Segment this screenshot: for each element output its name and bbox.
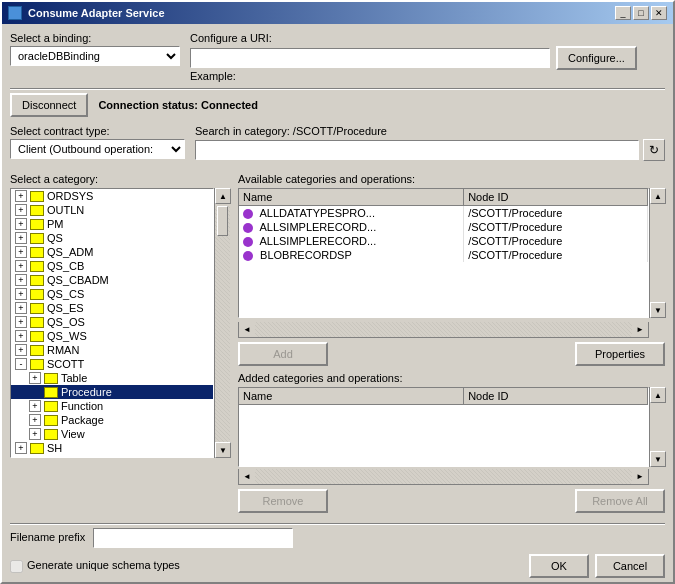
tree-item-view[interactable]: + View	[11, 427, 213, 441]
generate-unique-label: Generate unique schema types	[27, 559, 180, 571]
available-row-4[interactable]: BLOBRECORDSP /SCOTT/Procedure	[239, 248, 648, 262]
available-row-1-name: ALLDATATYPESPRO...	[239, 206, 464, 221]
available-hscrollbar[interactable]: ◄ ►	[238, 322, 649, 338]
available-row-3-name: ALLSIMPLERECORD...	[239, 234, 464, 248]
available-row-4-name: BLOBRECORDSP	[239, 248, 464, 262]
expand-qs-cb[interactable]: +	[15, 260, 27, 272]
maximize-button[interactable]: □	[633, 6, 649, 20]
connection-status: Connection status: Connected	[98, 99, 258, 111]
scroll-up-btn[interactable]: ▲	[215, 188, 231, 204]
available-row-3[interactable]: ALLSIMPLERECORD... /SCOTT/Procedure	[239, 234, 648, 248]
added-scroll-down[interactable]: ▼	[650, 451, 666, 467]
expand-scott[interactable]: -	[15, 358, 27, 370]
close-button[interactable]: ✕	[651, 6, 667, 20]
expand-view[interactable]: +	[29, 428, 41, 440]
main-area: Select a category: + ORDSYS + OUTLN	[10, 173, 665, 519]
remove-button[interactable]: Remove	[238, 489, 328, 513]
expand-table[interactable]: +	[29, 372, 41, 384]
expand-rman[interactable]: +	[15, 344, 27, 356]
tree-label-outln: OUTLN	[47, 204, 84, 216]
tree-item-pm[interactable]: + PM	[11, 217, 213, 231]
tree-item-qs-cbadm[interactable]: + QS_CBADM	[11, 273, 213, 287]
scroll-thumb[interactable]	[217, 206, 228, 236]
generate-checkbox-row: Generate unique schema types	[10, 559, 523, 573]
tree-label-qs-adm: QS_ADM	[47, 246, 93, 258]
added-col-nodeid: Node ID	[464, 388, 648, 405]
tree-item-ordsys[interactable]: + ORDSYS	[11, 189, 213, 203]
tree-item-qs-os[interactable]: + QS_OS	[11, 315, 213, 329]
available-scrollbar-v[interactable]: ▲ ▼	[649, 188, 665, 318]
remove-all-button[interactable]: Remove All	[575, 489, 665, 513]
available-row-3-nodeid: /SCOTT/Procedure	[464, 234, 648, 248]
added-table-container[interactable]: Name Node ID	[238, 387, 649, 467]
expand-qs[interactable]: +	[15, 232, 27, 244]
tree-item-sh[interactable]: + SH	[11, 441, 213, 455]
tree-container[interactable]: + ORDSYS + OUTLN + PM	[10, 188, 214, 458]
available-hscroll-left[interactable]: ◄	[239, 322, 255, 337]
available-scroll-up[interactable]: ▲	[650, 188, 666, 204]
added-hscroll-left[interactable]: ◄	[239, 469, 255, 484]
expand-outln[interactable]: +	[15, 204, 27, 216]
tree-item-procedure[interactable]: Procedure	[11, 385, 213, 399]
contract-select[interactable]: Client (Outbound operation:	[10, 139, 185, 159]
properties-button[interactable]: Properties	[575, 342, 665, 366]
added-hscrollbar[interactable]: ◄ ►	[238, 469, 649, 485]
tree-item-qs-cb[interactable]: + QS_CB	[11, 259, 213, 273]
tree-item-outln[interactable]: + OUTLN	[11, 203, 213, 217]
tree-item-qs-ws[interactable]: + QS_WS	[11, 329, 213, 343]
tree-scrollbar[interactable]: ▲ ▼	[214, 188, 230, 458]
tree-item-scott[interactable]: - SCOTT	[11, 357, 213, 371]
search-input[interactable]	[195, 140, 639, 160]
expand-function[interactable]: +	[29, 400, 41, 412]
right-panel: Available categories and operations: Nam…	[238, 173, 665, 519]
expand-sh[interactable]: +	[15, 442, 27, 454]
scroll-down-btn[interactable]: ▼	[215, 442, 231, 458]
tree-item-qs-cs[interactable]: + QS_CS	[11, 287, 213, 301]
tree-item-qs[interactable]: + QS	[11, 231, 213, 245]
available-row-2[interactable]: ALLSIMPLERECORD... /SCOTT/Procedure	[239, 220, 648, 234]
window-title: Consume Adapter Service	[28, 7, 165, 19]
added-scroll-up[interactable]: ▲	[650, 387, 666, 403]
expand-qs-cs[interactable]: +	[15, 288, 27, 300]
available-row-1[interactable]: ALLDATATYPESPRO... /SCOTT/Procedure	[239, 206, 648, 221]
added-scrollbar-v[interactable]: ▲ ▼	[649, 387, 665, 467]
folder-icon-outln	[30, 205, 44, 216]
binding-select[interactable]: oracleDBBinding	[10, 46, 180, 66]
expand-qs-os[interactable]: +	[15, 316, 27, 328]
tree-item-function[interactable]: + Function	[11, 399, 213, 413]
binding-uri-row: Select a binding: oracleDBBinding Config…	[10, 32, 665, 82]
tree-label-qs-cbadm: QS_CBADM	[47, 274, 109, 286]
minimize-button[interactable]: _	[615, 6, 631, 20]
added-col-name: Name	[239, 388, 464, 405]
tree-label-rman: RMAN	[47, 344, 79, 356]
available-hscroll-right[interactable]: ►	[632, 322, 648, 337]
tree-item-rman[interactable]: + RMAN	[11, 343, 213, 357]
disconnect-button[interactable]: Disconnect	[10, 93, 88, 117]
tree-item-qs-adm[interactable]: + QS_ADM	[11, 245, 213, 259]
tree-item-table[interactable]: + Table	[11, 371, 213, 385]
available-table-container[interactable]: Name Node ID ALLDATATYPESPRO...	[238, 188, 649, 318]
row-icon-1	[243, 209, 253, 219]
generate-unique-checkbox[interactable]	[10, 560, 23, 573]
available-scroll-down[interactable]: ▼	[650, 302, 666, 318]
expand-qs-ws[interactable]: +	[15, 330, 27, 342]
content-area: Select a binding: oracleDBBinding Config…	[2, 24, 673, 584]
ok-button[interactable]: OK	[529, 554, 589, 578]
expand-qs-adm[interactable]: +	[15, 246, 27, 258]
cancel-button[interactable]: Cancel	[595, 554, 665, 578]
expand-qs-es[interactable]: +	[15, 302, 27, 314]
refresh-button[interactable]: ↻	[643, 139, 665, 161]
filename-input[interactable]	[93, 528, 293, 548]
title-bar: Consume Adapter Service _ □ ✕	[2, 2, 673, 24]
expand-pm[interactable]: +	[15, 218, 27, 230]
tree-item-package[interactable]: + Package	[11, 413, 213, 427]
added-hscroll-right[interactable]: ►	[632, 469, 648, 484]
uri-input[interactable]: oracledb://adapter/	[190, 48, 550, 68]
configure-button[interactable]: Configure...	[556, 46, 637, 70]
expand-qs-cbadm[interactable]: +	[15, 274, 27, 286]
folder-icon-qs-ws	[30, 331, 44, 342]
tree-item-qs-es[interactable]: + QS_ES	[11, 301, 213, 315]
expand-ordsys[interactable]: +	[15, 190, 27, 202]
add-button[interactable]: Add	[238, 342, 328, 366]
expand-package[interactable]: +	[29, 414, 41, 426]
